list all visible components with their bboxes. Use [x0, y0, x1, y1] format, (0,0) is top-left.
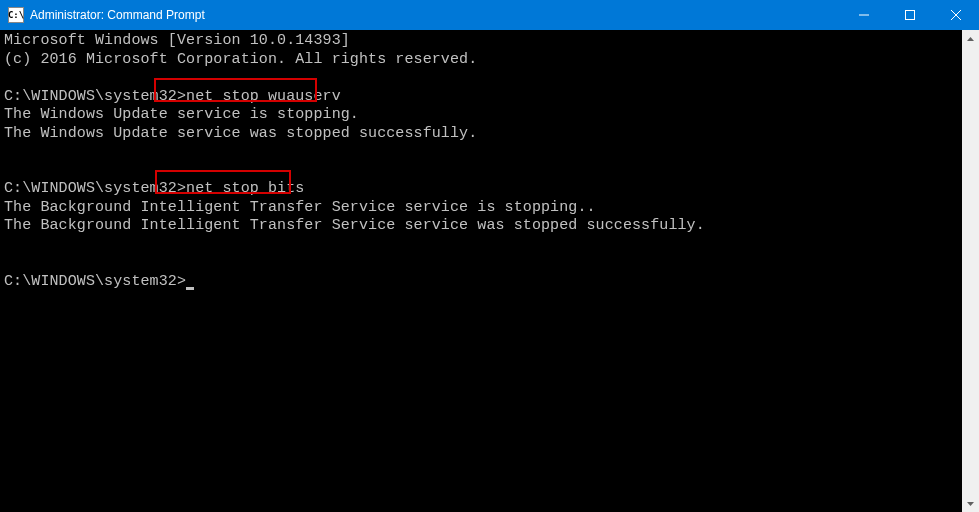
terminal-line: Microsoft Windows [Version 10.0.14393] — [4, 32, 962, 51]
chevron-down-icon — [967, 502, 974, 506]
svg-marker-5 — [967, 502, 974, 506]
scroll-up-button[interactable] — [962, 30, 979, 47]
window-title: Administrator: Command Prompt — [30, 8, 841, 22]
svg-rect-1 — [906, 11, 915, 20]
terminal-line — [4, 69, 962, 88]
minimize-button[interactable] — [841, 0, 887, 30]
terminal-line — [4, 236, 962, 255]
terminal-area[interactable]: Microsoft Windows [Version 10.0.14393](c… — [0, 30, 979, 512]
cmd-icon: C:\ — [8, 7, 24, 23]
scroll-track[interactable] — [962, 47, 979, 495]
terminal-line — [4, 162, 962, 181]
terminal-line: The Background Intelligent Transfer Serv… — [4, 199, 962, 218]
scroll-down-button[interactable] — [962, 495, 979, 512]
chevron-up-icon — [967, 37, 974, 41]
close-icon — [951, 10, 961, 20]
window-controls — [841, 0, 979, 30]
terminal-line: The Windows Update service is stopping. — [4, 106, 962, 125]
close-button[interactable] — [933, 0, 979, 30]
svg-marker-4 — [967, 37, 974, 41]
minimize-icon — [859, 10, 869, 20]
window-titlebar: C:\ Administrator: Command Prompt — [0, 0, 979, 30]
terminal-line: The Background Intelligent Transfer Serv… — [4, 217, 962, 236]
terminal-line — [4, 143, 962, 162]
terminal-line: The Windows Update service was stopped s… — [4, 125, 962, 144]
terminal-output: Microsoft Windows [Version 10.0.14393](c… — [0, 30, 962, 512]
vertical-scrollbar[interactable] — [962, 30, 979, 512]
terminal-line: C:\WINDOWS\system32> — [4, 273, 962, 292]
terminal-line — [4, 254, 962, 273]
terminal-line: C:\WINDOWS\system32>net stop wuauserv — [4, 88, 962, 107]
text-cursor — [186, 287, 194, 290]
terminal-line: (c) 2016 Microsoft Corporation. All righ… — [4, 51, 962, 70]
terminal-line: C:\WINDOWS\system32>net stop bits — [4, 180, 962, 199]
maximize-icon — [905, 10, 915, 20]
maximize-button[interactable] — [887, 0, 933, 30]
